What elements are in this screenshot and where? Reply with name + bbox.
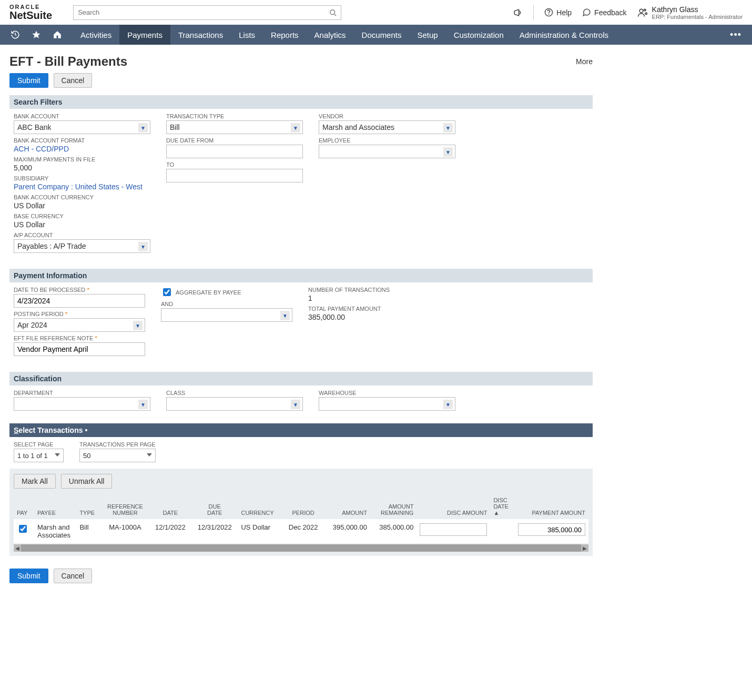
nav-item-administration-controls[interactable]: Administration & Controls bbox=[512, 25, 616, 45]
col-amount-remaining[interactable]: AMOUNT REMAINING bbox=[370, 494, 416, 519]
more-menu[interactable]: More bbox=[576, 57, 593, 66]
scroll-left-icon[interactable]: ◀ bbox=[14, 544, 21, 552]
history-icon[interactable] bbox=[11, 30, 20, 39]
svg-marker-7 bbox=[33, 31, 40, 38]
employee-label: EMPLOYEE bbox=[319, 137, 455, 144]
col-pay[interactable]: PAY bbox=[14, 494, 34, 519]
col-amount[interactable]: AMOUNT bbox=[323, 494, 370, 519]
bank-account-format-link[interactable]: ACH - CCD/PPD bbox=[14, 145, 69, 153]
select-page-dropdown[interactable]: 1 to 1 of 1 bbox=[14, 449, 64, 462]
and-label: AND bbox=[161, 301, 292, 307]
feedback-link[interactable]: Feedback bbox=[582, 8, 626, 17]
pay-checkbox[interactable] bbox=[19, 525, 27, 533]
class-select[interactable]: ▼ bbox=[166, 397, 303, 411]
help-link[interactable]: Help bbox=[544, 8, 572, 17]
bank-account-select[interactable]: ABC Bank▼ bbox=[14, 120, 150, 134]
department-label: DEPARTMENT bbox=[14, 390, 150, 396]
svg-line-1 bbox=[334, 14, 337, 16]
num-transactions-label: NUMBER OF TRANSACTIONS bbox=[308, 287, 445, 293]
col-payment-amount[interactable]: PAYMENT AMOUNT bbox=[515, 494, 588, 519]
cell-period: Dec 2022 bbox=[283, 519, 324, 543]
eft-ref-input[interactable] bbox=[14, 342, 145, 356]
cell-ref: MA-1000A bbox=[101, 519, 149, 543]
posting-period-select[interactable]: Apr 2024▼ bbox=[14, 318, 145, 332]
cell-currency: US Dollar bbox=[238, 519, 282, 543]
col-date[interactable]: DATE bbox=[149, 494, 191, 519]
ap-account-select[interactable]: Payables : A/P Trade▼ bbox=[14, 239, 150, 253]
table-row: Marsh and Associates Bill MA-1000A 12/1/… bbox=[14, 519, 588, 543]
search-icon[interactable] bbox=[329, 8, 337, 17]
cell-date: 12/1/2022 bbox=[149, 519, 191, 543]
nav-item-lists[interactable]: Lists bbox=[231, 25, 263, 45]
max-payments-value: 5,000 bbox=[14, 164, 32, 172]
user-menu[interactable]: Kathryn Glass ERP: Fundamentals - Admini… bbox=[637, 5, 743, 20]
payment-info-header: Payment Information bbox=[9, 269, 593, 282]
svg-point-5 bbox=[644, 9, 645, 11]
per-page-dropdown[interactable]: 50 bbox=[79, 449, 156, 462]
submit-button-bottom[interactable]: Submit bbox=[9, 569, 48, 583]
nav-more-icon[interactable]: ••• bbox=[719, 29, 752, 40]
transaction-type-select[interactable]: Bill▼ bbox=[166, 120, 303, 134]
nav-item-customization[interactable]: Customization bbox=[446, 25, 512, 45]
nav-item-analytics[interactable]: Analytics bbox=[307, 25, 354, 45]
nav-item-documents[interactable]: Documents bbox=[354, 25, 410, 45]
vendor-select[interactable]: Marsh and Associates▼ bbox=[319, 120, 455, 134]
nav-item-activities[interactable]: Activities bbox=[73, 25, 119, 45]
select-page-label: SELECT PAGE bbox=[14, 441, 64, 448]
scroll-thumb[interactable] bbox=[21, 544, 581, 552]
submit-button[interactable]: Submit bbox=[9, 73, 48, 88]
scroll-right-icon[interactable]: ▶ bbox=[581, 544, 588, 552]
nav-item-reports[interactable]: Reports bbox=[263, 25, 307, 45]
svg-point-3 bbox=[548, 14, 549, 15]
warehouse-label: WAREHOUSE bbox=[319, 390, 455, 396]
cancel-button[interactable]: Cancel bbox=[54, 73, 93, 88]
svg-point-4 bbox=[639, 9, 643, 13]
eft-ref-label: EFT FILE REFERENCE NOTE * bbox=[14, 335, 145, 341]
top-header: ORACLE NetSuite Help Feedback Kathryn Gl… bbox=[0, 0, 752, 25]
horizontal-scrollbar[interactable]: ◀ ▶ bbox=[14, 544, 588, 552]
oracle-netsuite-logo: ORACLE NetSuite bbox=[9, 4, 52, 21]
nav-item-transactions[interactable]: Transactions bbox=[170, 25, 231, 45]
col-due-date[interactable]: DUE DATE bbox=[191, 494, 238, 519]
col-period[interactable]: PERIOD bbox=[283, 494, 324, 519]
col-type[interactable]: TYPE bbox=[76, 494, 101, 519]
and-select[interactable]: ▼ bbox=[161, 308, 292, 322]
disc-amount-input[interactable] bbox=[420, 523, 487, 536]
announce-icon[interactable] bbox=[513, 8, 523, 17]
unmark-all-button[interactable]: Unmark All bbox=[61, 474, 113, 489]
num-transactions-value: 1 bbox=[308, 294, 312, 302]
star-icon[interactable] bbox=[32, 30, 41, 39]
subsidiary-link[interactable]: Parent Company : United States - West bbox=[14, 182, 143, 191]
page-title: EFT - Bill Payments bbox=[9, 54, 127, 69]
col-disc-date[interactable]: DISC DATE▲ bbox=[490, 494, 515, 519]
cell-amount: 395,000.00 bbox=[323, 519, 370, 543]
ap-account-label: A/P ACCOUNT bbox=[14, 232, 150, 238]
col-payee[interactable]: PAYEE bbox=[34, 494, 76, 519]
svg-point-6 bbox=[645, 13, 647, 14]
warehouse-select[interactable]: ▼ bbox=[319, 397, 455, 411]
select-transactions-header[interactable]: Select Transactions • bbox=[9, 423, 593, 437]
aggregate-checkbox[interactable] bbox=[163, 288, 171, 296]
mark-all-button[interactable]: Mark All bbox=[14, 474, 56, 489]
date-processed-input[interactable] bbox=[14, 294, 145, 308]
employee-select[interactable]: ▼ bbox=[319, 145, 455, 158]
nav-item-setup[interactable]: Setup bbox=[409, 25, 445, 45]
max-payments-label: MAXIMUM PAYMENTS IN FILE bbox=[14, 156, 150, 163]
payment-amount-input[interactable] bbox=[518, 523, 585, 536]
transaction-type-label: TRANSACTION TYPE bbox=[166, 113, 303, 119]
to-input[interactable] bbox=[166, 169, 303, 182]
col-disc-amount[interactable]: DISC AMOUNT bbox=[416, 494, 490, 519]
cancel-button-bottom[interactable]: Cancel bbox=[54, 569, 93, 583]
vendor-label: VENDOR bbox=[319, 113, 455, 119]
bank-account-format-label: BANK ACCOUNT FORMAT bbox=[14, 137, 150, 144]
cell-type: Bill bbox=[76, 519, 101, 543]
per-page-label: TRANSACTIONS PER PAGE bbox=[79, 441, 156, 448]
due-date-from-label: DUE DATE FROM bbox=[166, 137, 303, 144]
department-select[interactable]: ▼ bbox=[14, 397, 150, 411]
due-date-from-input[interactable] bbox=[166, 145, 303, 158]
col-currency[interactable]: CURRENCY bbox=[238, 494, 282, 519]
nav-item-payments[interactable]: Payments bbox=[119, 25, 170, 45]
home-icon[interactable] bbox=[53, 30, 62, 39]
search-input[interactable] bbox=[73, 5, 341, 20]
col-ref[interactable]: REFERENCE NUMBER bbox=[101, 494, 149, 519]
